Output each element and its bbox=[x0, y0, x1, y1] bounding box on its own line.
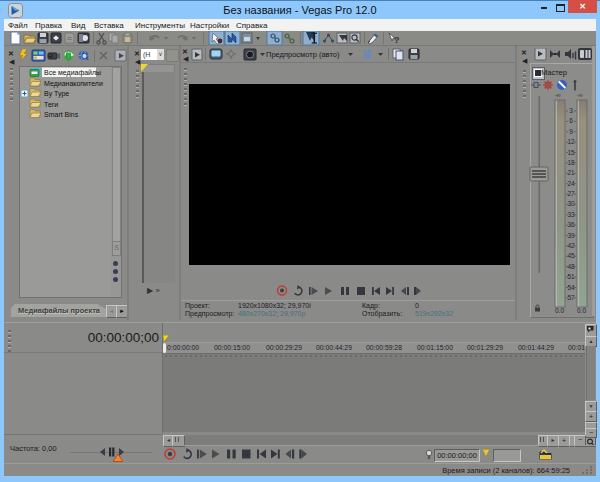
svg-text:Теги: Теги bbox=[44, 101, 58, 108]
svg-text:27: 27 bbox=[567, 190, 575, 197]
svg-text:57: 57 bbox=[567, 294, 575, 301]
svg-text:51: 51 bbox=[567, 273, 575, 280]
svg-text:3: 3 bbox=[569, 107, 573, 114]
svg-text:Предпросмотр (авто): Предпросмотр (авто) bbox=[266, 50, 340, 59]
svg-text:?: ? bbox=[394, 35, 400, 45]
svg-text:30: 30 bbox=[567, 200, 575, 207]
svg-text:0.0: 0.0 bbox=[555, 307, 564, 314]
svg-text:33: 33 bbox=[567, 211, 575, 218]
svg-text:15: 15 bbox=[567, 149, 575, 156]
svg-text:24: 24 bbox=[567, 180, 575, 187]
svg-text:36: 36 bbox=[567, 221, 575, 228]
svg-text:18: 18 bbox=[567, 159, 575, 166]
svg-text:54: 54 bbox=[567, 284, 575, 291]
svg-text:6: 6 bbox=[569, 117, 573, 124]
svg-text:Все медиафайлы: Все медиафайлы bbox=[44, 69, 101, 77]
svg-text:9: 9 bbox=[569, 128, 573, 135]
svg-text:12: 12 bbox=[567, 138, 575, 145]
svg-text:-∞: -∞ bbox=[577, 92, 583, 98]
svg-text:Медианакопители: Медианакопители bbox=[44, 80, 103, 88]
svg-text:0.0: 0.0 bbox=[577, 307, 586, 314]
svg-text:39: 39 bbox=[567, 232, 575, 239]
svg-text:48: 48 bbox=[567, 263, 575, 270]
svg-text:45: 45 bbox=[567, 252, 575, 259]
svg-text:42: 42 bbox=[567, 242, 575, 249]
svg-text:21: 21 bbox=[567, 169, 575, 176]
svg-text:-∞: -∞ bbox=[555, 92, 561, 98]
svg-text:Smart Bins: Smart Bins bbox=[44, 111, 79, 118]
svg-text:By Type: By Type bbox=[44, 90, 69, 98]
